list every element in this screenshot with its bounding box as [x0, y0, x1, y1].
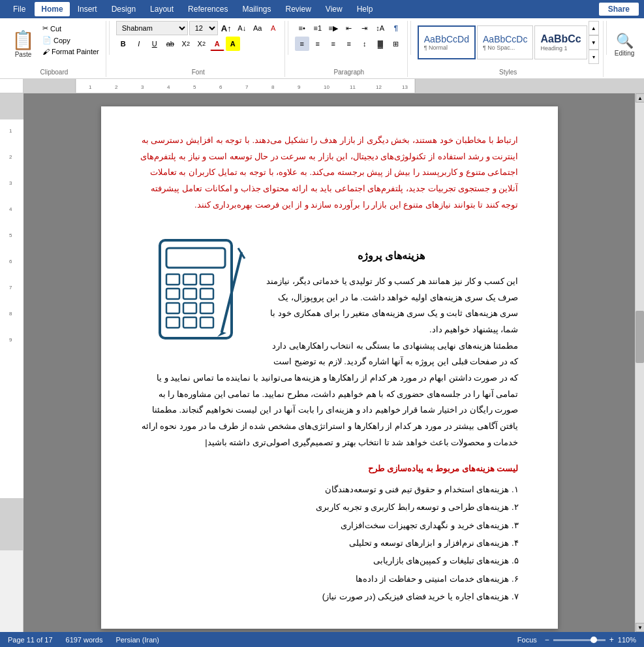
- paragraph-1: ارتباط با مخاطبان خود هستند، بخش دیگری ا…: [140, 133, 519, 213]
- scroll-down-button[interactable]: ▼: [636, 623, 644, 632]
- superscript-button[interactable]: X2: [194, 37, 209, 51]
- cut-button[interactable]: ✂Cut: [40, 23, 102, 34]
- page-info: Page 11 of 17: [8, 636, 53, 644]
- scroll-up-button[interactable]: ▲: [636, 93, 644, 103]
- font-group-inner: Shabnam 12 A↑ A↓ Aa A B I U ab X2 X2: [116, 21, 281, 60]
- copy-icon: 📄: [42, 36, 52, 44]
- menu-help[interactable]: Help: [350, 2, 380, 16]
- increase-indent-button[interactable]: ⇥: [358, 21, 372, 35]
- font-group: Shabnam 12 A↑ A↓ Aa A B I U ab X2 X2: [112, 21, 285, 77]
- paragraph-group: ≡• ≡1 ≡▶ ⇤ ⇥ ↕A ¶ ≡ ≡ ≡ ≡ ↕ ▓ ⊞: [291, 21, 408, 77]
- menu-design[interactable]: Design: [105, 2, 142, 16]
- numbering-button[interactable]: ≡1: [311, 21, 325, 35]
- style-normal[interactable]: AaBbCcDd ¶ Normal: [418, 25, 476, 59]
- align-center-button[interactable]: ≡: [311, 37, 325, 51]
- shading-button[interactable]: ▓: [373, 37, 388, 51]
- clear-format-button[interactable]: A: [266, 21, 281, 35]
- zoom-out-button[interactable]: −: [545, 635, 549, 644]
- svg-text:8: 8: [271, 84, 275, 90]
- align-right-button[interactable]: ≡: [326, 37, 341, 51]
- menu-layout[interactable]: Layout: [144, 2, 180, 16]
- style-no-spacing-label: ¶ No Spac...: [483, 44, 527, 51]
- paste-icon: 📋: [12, 31, 35, 50]
- line-spacing-button[interactable]: ↕: [358, 37, 372, 51]
- list-item-7: ٧. هزینه‌های اجاره یا خرید فضای فیزیکی (…: [140, 589, 519, 604]
- italic-button[interactable]: I: [132, 37, 146, 51]
- show-hide-button[interactable]: ¶: [389, 21, 403, 35]
- highlight-button[interactable]: A: [226, 37, 240, 51]
- svg-rect-32: [200, 274, 213, 285]
- zoom-slider[interactable]: [553, 639, 606, 641]
- svg-text:6: 6: [9, 259, 12, 264]
- style-normal-preview: AaBbCcDd: [424, 34, 469, 44]
- bullets-button[interactable]: ≡•: [295, 21, 309, 35]
- justify-button[interactable]: ≡: [342, 37, 356, 51]
- multilevel-button[interactable]: ≡▶: [326, 21, 341, 35]
- focus-label[interactable]: Focus: [517, 636, 537, 644]
- zoom-bar: − + 110%: [545, 635, 636, 644]
- style-normal-label: ¶ Normal: [424, 44, 469, 51]
- borders-button[interactable]: ⊞: [389, 37, 403, 51]
- svg-text:9: 9: [298, 84, 301, 90]
- scrollbar-track[interactable]: [636, 103, 644, 623]
- menu-insert[interactable]: Insert: [71, 2, 104, 16]
- styles-inner: AaBbCcDd ¶ Normal AaBbCcDc ¶ No Spac... …: [418, 21, 599, 73]
- calculator-image: [147, 234, 264, 351]
- menu-review[interactable]: Review: [279, 2, 317, 16]
- underline-button[interactable]: U: [147, 37, 162, 51]
- list-item-5: ۵. هزینه‌های تبلیغات و کمپین‌های بازاریا…: [140, 553, 519, 568]
- style-no-spacing[interactable]: AaBbCcDc ¶ No Spac...: [477, 25, 533, 59]
- ribbon: 📋 Paste ✂Cut 📄Copy 🖌Format Painter Clipb…: [0, 18, 644, 79]
- svg-rect-40: [183, 317, 196, 328]
- increase-font-button[interactable]: A↑: [219, 21, 234, 35]
- status-bar: Page 11 of 17 6197 words Persian (Iran) …: [0, 632, 644, 647]
- svg-text:8: 8: [9, 311, 12, 317]
- subscript-button[interactable]: X2: [179, 37, 193, 51]
- strikethrough-button[interactable]: ab: [163, 37, 177, 51]
- font-family-select[interactable]: Shabnam: [116, 21, 188, 35]
- style-heading1-preview: AaBbCc: [540, 33, 581, 45]
- svg-rect-34: [183, 289, 196, 299]
- cost-list: ١. هزینه‌های استخدام و حقوق تیم فنی و تو…: [140, 482, 519, 605]
- document-area: 12 34 56 78 9 ارتباط با مخاطبان خود هستن…: [0, 93, 644, 632]
- sort-button[interactable]: ↕A: [373, 21, 388, 35]
- paste-button[interactable]: 📋 Paste: [7, 21, 40, 68]
- menu-mailings[interactable]: Mailings: [236, 2, 277, 16]
- svg-text:5: 5: [193, 84, 196, 90]
- menu-home[interactable]: Home: [35, 2, 69, 16]
- svg-rect-41: [200, 317, 213, 328]
- change-case-button[interactable]: Aa: [251, 21, 265, 35]
- decrease-indent-button[interactable]: ⇤: [342, 21, 356, 35]
- ruler: 12 34 56 78 910 1112 13: [0, 79, 644, 93]
- align-left-button[interactable]: ≡: [295, 37, 309, 51]
- styles-scroll-down[interactable]: ▼: [589, 35, 599, 50]
- font-group-label: Font: [112, 69, 284, 76]
- svg-rect-35: [200, 289, 213, 299]
- svg-text:3: 3: [9, 180, 12, 186]
- styles-scroll-up[interactable]: ▲: [589, 21, 599, 35]
- menu-view[interactable]: View: [319, 2, 349, 16]
- bold-button[interactable]: B: [116, 37, 130, 51]
- menu-file[interactable]: File: [5, 2, 33, 16]
- text-color-button[interactable]: A: [210, 37, 224, 51]
- styles-expand[interactable]: ▾: [589, 50, 599, 64]
- format-painter-button[interactable]: 🖌Format Painter: [40, 46, 102, 57]
- svg-text:13: 13: [402, 84, 408, 90]
- share-button[interactable]: Share: [599, 3, 639, 16]
- menu-references[interactable]: References: [181, 2, 234, 16]
- copy-button[interactable]: 📄Copy: [40, 35, 102, 46]
- svg-text:5: 5: [9, 232, 12, 238]
- font-size-select[interactable]: 12: [189, 21, 218, 35]
- font-row-1: Shabnam 12 A↑ A↓ Aa A: [116, 21, 281, 35]
- scroll-area[interactable]: ارتباط با مخاطبان خود هستند، بخش دیگری ا…: [23, 93, 635, 632]
- clipboard-label: Clipboard: [3, 69, 106, 76]
- zoom-in-button[interactable]: +: [609, 635, 614, 644]
- scrollbar-thumb[interactable]: [636, 311, 644, 363]
- cut-label: Cut: [50, 25, 61, 33]
- svg-rect-30: [166, 274, 179, 285]
- style-heading1[interactable]: AaBbCc Heading 1: [534, 25, 587, 59]
- svg-text:9: 9: [9, 337, 12, 343]
- vertical-scrollbar[interactable]: ▲ ▼: [635, 93, 644, 632]
- decrease-font-button[interactable]: A↓: [235, 21, 249, 35]
- svg-text:7: 7: [245, 84, 249, 90]
